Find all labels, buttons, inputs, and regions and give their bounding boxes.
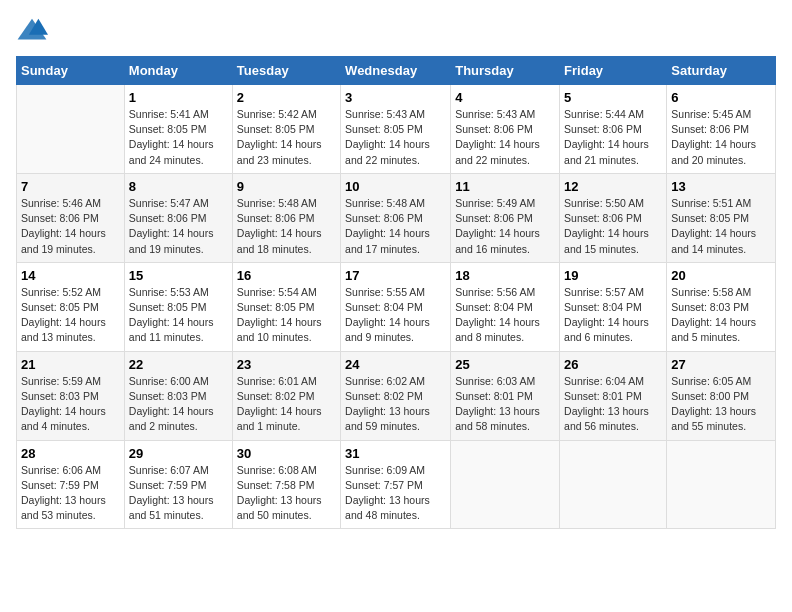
calendar-cell — [451, 440, 560, 529]
day-info: Sunrise: 6:08 AM Sunset: 7:58 PM Dayligh… — [237, 463, 336, 524]
calendar-cell: 28Sunrise: 6:06 AM Sunset: 7:59 PM Dayli… — [17, 440, 125, 529]
calendar-cell: 23Sunrise: 6:01 AM Sunset: 8:02 PM Dayli… — [232, 351, 340, 440]
header-friday: Friday — [560, 57, 667, 85]
calendar-header-row: SundayMondayTuesdayWednesdayThursdayFrid… — [17, 57, 776, 85]
day-number: 22 — [129, 357, 228, 372]
day-number: 10 — [345, 179, 446, 194]
day-number: 24 — [345, 357, 446, 372]
day-info: Sunrise: 5:41 AM Sunset: 8:05 PM Dayligh… — [129, 107, 228, 168]
header-tuesday: Tuesday — [232, 57, 340, 85]
day-info: Sunrise: 5:46 AM Sunset: 8:06 PM Dayligh… — [21, 196, 120, 257]
day-info: Sunrise: 6:07 AM Sunset: 7:59 PM Dayligh… — [129, 463, 228, 524]
calendar-cell: 14Sunrise: 5:52 AM Sunset: 8:05 PM Dayli… — [17, 262, 125, 351]
day-info: Sunrise: 6:06 AM Sunset: 7:59 PM Dayligh… — [21, 463, 120, 524]
calendar-cell: 4Sunrise: 5:43 AM Sunset: 8:06 PM Daylig… — [451, 85, 560, 174]
day-info: Sunrise: 6:03 AM Sunset: 8:01 PM Dayligh… — [455, 374, 555, 435]
calendar-week-row: 14Sunrise: 5:52 AM Sunset: 8:05 PM Dayli… — [17, 262, 776, 351]
day-number: 7 — [21, 179, 120, 194]
day-number: 8 — [129, 179, 228, 194]
calendar-cell: 30Sunrise: 6:08 AM Sunset: 7:58 PM Dayli… — [232, 440, 340, 529]
day-info: Sunrise: 6:01 AM Sunset: 8:02 PM Dayligh… — [237, 374, 336, 435]
calendar-cell: 31Sunrise: 6:09 AM Sunset: 7:57 PM Dayli… — [341, 440, 451, 529]
day-number: 2 — [237, 90, 336, 105]
calendar-cell: 29Sunrise: 6:07 AM Sunset: 7:59 PM Dayli… — [124, 440, 232, 529]
calendar-cell: 19Sunrise: 5:57 AM Sunset: 8:04 PM Dayli… — [560, 262, 667, 351]
calendar-cell: 7Sunrise: 5:46 AM Sunset: 8:06 PM Daylig… — [17, 173, 125, 262]
day-info: Sunrise: 5:54 AM Sunset: 8:05 PM Dayligh… — [237, 285, 336, 346]
day-info: Sunrise: 5:56 AM Sunset: 8:04 PM Dayligh… — [455, 285, 555, 346]
calendar-table: SundayMondayTuesdayWednesdayThursdayFrid… — [16, 56, 776, 529]
calendar-cell: 24Sunrise: 6:02 AM Sunset: 8:02 PM Dayli… — [341, 351, 451, 440]
calendar-cell: 13Sunrise: 5:51 AM Sunset: 8:05 PM Dayli… — [667, 173, 776, 262]
day-info: Sunrise: 5:59 AM Sunset: 8:03 PM Dayligh… — [21, 374, 120, 435]
calendar-cell: 11Sunrise: 5:49 AM Sunset: 8:06 PM Dayli… — [451, 173, 560, 262]
calendar-week-row: 28Sunrise: 6:06 AM Sunset: 7:59 PM Dayli… — [17, 440, 776, 529]
calendar-cell: 21Sunrise: 5:59 AM Sunset: 8:03 PM Dayli… — [17, 351, 125, 440]
day-number: 19 — [564, 268, 662, 283]
day-info: Sunrise: 5:55 AM Sunset: 8:04 PM Dayligh… — [345, 285, 446, 346]
day-info: Sunrise: 5:50 AM Sunset: 8:06 PM Dayligh… — [564, 196, 662, 257]
day-number: 30 — [237, 446, 336, 461]
day-info: Sunrise: 6:04 AM Sunset: 8:01 PM Dayligh… — [564, 374, 662, 435]
day-info: Sunrise: 5:47 AM Sunset: 8:06 PM Dayligh… — [129, 196, 228, 257]
day-number: 12 — [564, 179, 662, 194]
day-info: Sunrise: 5:45 AM Sunset: 8:06 PM Dayligh… — [671, 107, 771, 168]
day-number: 5 — [564, 90, 662, 105]
day-number: 13 — [671, 179, 771, 194]
day-number: 15 — [129, 268, 228, 283]
calendar-cell: 25Sunrise: 6:03 AM Sunset: 8:01 PM Dayli… — [451, 351, 560, 440]
day-number: 6 — [671, 90, 771, 105]
calendar-cell: 2Sunrise: 5:42 AM Sunset: 8:05 PM Daylig… — [232, 85, 340, 174]
day-number: 17 — [345, 268, 446, 283]
day-info: Sunrise: 5:43 AM Sunset: 8:05 PM Dayligh… — [345, 107, 446, 168]
day-number: 9 — [237, 179, 336, 194]
page-header — [16, 16, 776, 44]
calendar-week-row: 21Sunrise: 5:59 AM Sunset: 8:03 PM Dayli… — [17, 351, 776, 440]
day-number: 29 — [129, 446, 228, 461]
calendar-cell: 16Sunrise: 5:54 AM Sunset: 8:05 PM Dayli… — [232, 262, 340, 351]
header-saturday: Saturday — [667, 57, 776, 85]
day-number: 25 — [455, 357, 555, 372]
logo — [16, 16, 52, 44]
calendar-cell — [17, 85, 125, 174]
calendar-week-row: 1Sunrise: 5:41 AM Sunset: 8:05 PM Daylig… — [17, 85, 776, 174]
header-wednesday: Wednesday — [341, 57, 451, 85]
day-number: 14 — [21, 268, 120, 283]
day-number: 23 — [237, 357, 336, 372]
day-info: Sunrise: 5:48 AM Sunset: 8:06 PM Dayligh… — [345, 196, 446, 257]
day-info: Sunrise: 6:09 AM Sunset: 7:57 PM Dayligh… — [345, 463, 446, 524]
day-number: 27 — [671, 357, 771, 372]
header-sunday: Sunday — [17, 57, 125, 85]
day-number: 26 — [564, 357, 662, 372]
calendar-cell: 12Sunrise: 5:50 AM Sunset: 8:06 PM Dayli… — [560, 173, 667, 262]
header-monday: Monday — [124, 57, 232, 85]
day-info: Sunrise: 5:49 AM Sunset: 8:06 PM Dayligh… — [455, 196, 555, 257]
day-info: Sunrise: 6:05 AM Sunset: 8:00 PM Dayligh… — [671, 374, 771, 435]
day-info: Sunrise: 5:53 AM Sunset: 8:05 PM Dayligh… — [129, 285, 228, 346]
day-info: Sunrise: 5:43 AM Sunset: 8:06 PM Dayligh… — [455, 107, 555, 168]
day-number: 28 — [21, 446, 120, 461]
day-number: 11 — [455, 179, 555, 194]
day-info: Sunrise: 5:42 AM Sunset: 8:05 PM Dayligh… — [237, 107, 336, 168]
calendar-cell — [560, 440, 667, 529]
day-info: Sunrise: 6:02 AM Sunset: 8:02 PM Dayligh… — [345, 374, 446, 435]
calendar-cell: 17Sunrise: 5:55 AM Sunset: 8:04 PM Dayli… — [341, 262, 451, 351]
day-number: 31 — [345, 446, 446, 461]
logo-icon — [16, 16, 48, 44]
day-number: 1 — [129, 90, 228, 105]
day-info: Sunrise: 5:58 AM Sunset: 8:03 PM Dayligh… — [671, 285, 771, 346]
calendar-cell: 8Sunrise: 5:47 AM Sunset: 8:06 PM Daylig… — [124, 173, 232, 262]
day-info: Sunrise: 5:51 AM Sunset: 8:05 PM Dayligh… — [671, 196, 771, 257]
calendar-week-row: 7Sunrise: 5:46 AM Sunset: 8:06 PM Daylig… — [17, 173, 776, 262]
calendar-cell: 5Sunrise: 5:44 AM Sunset: 8:06 PM Daylig… — [560, 85, 667, 174]
day-number: 16 — [237, 268, 336, 283]
calendar-cell: 26Sunrise: 6:04 AM Sunset: 8:01 PM Dayli… — [560, 351, 667, 440]
calendar-cell: 1Sunrise: 5:41 AM Sunset: 8:05 PM Daylig… — [124, 85, 232, 174]
calendar-cell — [667, 440, 776, 529]
calendar-cell: 10Sunrise: 5:48 AM Sunset: 8:06 PM Dayli… — [341, 173, 451, 262]
calendar-cell: 27Sunrise: 6:05 AM Sunset: 8:00 PM Dayli… — [667, 351, 776, 440]
calendar-cell: 15Sunrise: 5:53 AM Sunset: 8:05 PM Dayli… — [124, 262, 232, 351]
calendar-cell: 3Sunrise: 5:43 AM Sunset: 8:05 PM Daylig… — [341, 85, 451, 174]
header-thursday: Thursday — [451, 57, 560, 85]
day-info: Sunrise: 6:00 AM Sunset: 8:03 PM Dayligh… — [129, 374, 228, 435]
